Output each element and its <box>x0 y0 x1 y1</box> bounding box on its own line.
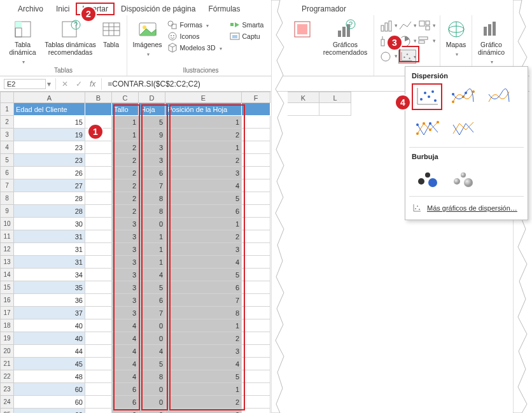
cell[interactable] <box>242 358 270 370</box>
cell[interactable] <box>242 167 270 179</box>
cell[interactable] <box>242 103 270 116</box>
cell[interactable]: 9 <box>139 129 165 141</box>
cell[interactable] <box>85 307 112 319</box>
cell[interactable]: 2 <box>112 154 139 167</box>
cell[interactable]: 1 <box>112 116 139 129</box>
col-header[interactable]: F <box>242 92 270 103</box>
cell[interactable] <box>85 256 112 269</box>
cell[interactable]: 23 <box>14 141 85 154</box>
cell[interactable]: 4 <box>165 179 242 192</box>
cell[interactable]: 2 <box>165 396 242 409</box>
chart-scatter-lines-markers[interactable] <box>412 115 442 142</box>
cell[interactable]: 60 <box>14 409 85 413</box>
cell[interactable] <box>85 154 112 167</box>
namebox-dropdown[interactable]: ▾ <box>47 80 53 88</box>
cell[interactable]: 3 <box>112 269 139 281</box>
cell[interactable]: 3 <box>112 256 139 269</box>
cell[interactable]: 2 <box>112 141 139 154</box>
cell[interactable]: 8 <box>165 307 242 319</box>
chart-scatter-lines[interactable] <box>447 115 478 142</box>
chart-bubble-2d[interactable] <box>412 164 442 191</box>
cell[interactable]: 1 <box>165 218 242 230</box>
row-header[interactable]: 1 <box>0 103 14 116</box>
btn-formas[interactable]: Formas <box>166 20 211 30</box>
cell[interactable]: 28 <box>14 192 85 205</box>
cell[interactable]: 2 <box>112 167 139 179</box>
cell[interactable] <box>85 141 112 154</box>
cell[interactable]: Posición de la Hoja <box>165 103 242 116</box>
col-header[interactable]: K <box>288 92 319 103</box>
btn-modelos-3d[interactable]: Modelos 3D <box>166 43 223 53</box>
cell[interactable]: 2 <box>165 129 242 141</box>
col-header[interactable]: D <box>139 92 165 103</box>
cell[interactable]: 4 <box>112 370 139 383</box>
cell[interactable] <box>242 294 270 307</box>
cell[interactable]: Hoja <box>139 103 165 116</box>
cell[interactable]: 1 <box>165 319 242 332</box>
cell[interactable] <box>85 167 112 179</box>
cell[interactable]: 60 <box>14 383 85 396</box>
cell[interactable]: 7 <box>139 307 165 319</box>
tab-archivo[interactable]: Archivo <box>11 3 50 15</box>
row-header[interactable]: 6 <box>0 167 14 179</box>
cell[interactable] <box>85 269 112 281</box>
cell[interactable] <box>85 218 112 230</box>
cell[interactable]: 3 <box>139 154 165 167</box>
cell[interactable]: Edad del Cliente <box>14 103 85 116</box>
cell[interactable] <box>242 129 270 141</box>
cell[interactable] <box>85 383 112 396</box>
cell[interactable] <box>85 179 112 192</box>
cell[interactable]: 34 <box>14 269 85 281</box>
cell[interactable]: 6 <box>112 409 139 413</box>
cell[interactable] <box>242 192 270 205</box>
btn-grafico-dinamico[interactable]: Gráfico dinámico <box>473 19 509 65</box>
cell[interactable]: 1 <box>139 243 165 256</box>
col-header[interactable]: L <box>319 92 351 103</box>
fx-button[interactable]: fx <box>86 80 99 88</box>
cell[interactable]: 30 <box>14 218 85 230</box>
cell[interactable]: 27 <box>14 179 85 192</box>
cell[interactable]: 4 <box>112 332 139 345</box>
cell[interactable] <box>85 192 112 205</box>
cell[interactable] <box>85 396 112 409</box>
row-header[interactable]: 8 <box>0 192 14 205</box>
cell[interactable]: 48 <box>14 370 85 383</box>
cell[interactable]: 4 <box>139 345 165 358</box>
cell[interactable] <box>242 307 270 319</box>
btn-tabla-dinamica[interactable]: Tabla dinámica <box>3 19 43 65</box>
cell[interactable]: 5 <box>165 269 242 281</box>
cell[interactable]: 1 <box>165 141 242 154</box>
col-header[interactable]: C <box>112 92 139 103</box>
btn-tabla[interactable]: Tabla <box>99 19 124 48</box>
cell[interactable]: 2 <box>165 332 242 345</box>
cell[interactable]: 1 <box>139 256 165 269</box>
cell[interactable]: 2 <box>112 205 139 218</box>
cell[interactable]: 5 <box>139 116 165 129</box>
cell[interactable]: 0 <box>139 218 165 230</box>
col-header[interactable]: A <box>14 92 85 103</box>
row-header[interactable]: 24 <box>0 396 14 409</box>
tab-formulas[interactable]: Fórmulas <box>202 3 246 15</box>
cell[interactable] <box>242 319 270 332</box>
cell[interactable]: 26 <box>14 167 85 179</box>
cell[interactable]: 0 <box>139 396 165 409</box>
cell[interactable] <box>85 103 112 116</box>
cell[interactable] <box>242 269 270 281</box>
row-header[interactable]: 7 <box>0 179 14 192</box>
cell[interactable] <box>85 294 112 307</box>
cell[interactable] <box>85 358 112 370</box>
cell[interactable] <box>85 243 112 256</box>
cell[interactable]: 3 <box>112 294 139 307</box>
cell[interactable] <box>242 345 270 358</box>
cell[interactable] <box>85 332 112 345</box>
btn-mapas[interactable]: Mapas <box>442 19 470 57</box>
cell[interactable] <box>242 281 270 294</box>
cell[interactable]: 15 <box>14 116 85 129</box>
cell[interactable] <box>85 205 112 218</box>
cell[interactable]: 6 <box>165 205 242 218</box>
cell[interactable] <box>85 345 112 358</box>
cell[interactable]: 1 <box>165 116 242 129</box>
cell[interactable]: 6 <box>139 294 165 307</box>
row-header[interactable]: 17 <box>0 307 14 319</box>
tab-inicio[interactable]: Inici <box>50 3 76 15</box>
